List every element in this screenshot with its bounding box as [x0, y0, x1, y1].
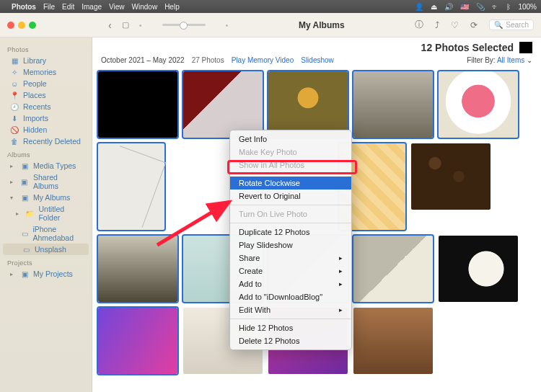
sidebar-item-places[interactable]: 📍Places — [0, 89, 92, 101]
status-clip-icon[interactable]: 📎 — [476, 3, 485, 11]
menuitem-create[interactable]: Create▸ — [230, 264, 351, 277]
status-flag-icon[interactable]: 🇺🇸 — [460, 3, 469, 11]
menuitem-add-to[interactable]: Add to▸ — [230, 277, 351, 290]
status-battery[interactable]: 100% — [518, 3, 537, 11]
disclosure-icon[interactable]: ▸ — [10, 271, 16, 277]
status-bluetooth-icon[interactable]: ᛒ — [506, 3, 511, 11]
photo-thumbnail[interactable] — [411, 143, 491, 210]
menuitem-edit-with[interactable]: Edit With▸ — [230, 303, 351, 316]
menu-window[interactable]: Window — [132, 3, 158, 11]
window-title: My Albums — [228, 20, 415, 30]
menuitem-add-to-idb[interactable]: Add to "iDownloadBlog" — [230, 290, 351, 303]
sidebar-item-my-projects[interactable]: ▸▣My Projects — [0, 268, 92, 280]
window-controls — [0, 22, 94, 29]
disclosure-icon[interactable]: ▾ — [10, 195, 16, 201]
menu-separator — [230, 318, 351, 319]
photo-thumbnail[interactable] — [98, 143, 164, 230]
sidebar-item-library[interactable]: ▦Library — [0, 55, 92, 66]
menu-image[interactable]: Image — [82, 3, 102, 11]
back-button[interactable]: ‹ — [108, 19, 112, 31]
close-button[interactable] — [7, 22, 14, 29]
sidebar-item-shared-albums[interactable]: ▸▣Shared Albums — [0, 172, 92, 192]
folder-icon: ▣ — [20, 270, 29, 278]
sidebar-item-memories[interactable]: ✧Memories — [0, 66, 92, 78]
sidebar-item-untitled-folder[interactable]: ▸📁Untitled Folder — [0, 203, 92, 223]
folder-icon: 📁 — [25, 210, 34, 218]
menu-separator — [230, 223, 351, 223]
menuitem-delete[interactable]: Delete 12 Photos — [230, 334, 351, 347]
photo-thumbnail[interactable] — [439, 236, 518, 302]
zoom-slider[interactable] — [162, 24, 206, 26]
disclosure-icon[interactable]: ▸ — [10, 179, 16, 185]
library-icon: ▦ — [10, 57, 19, 65]
album-icon: ▭ — [22, 230, 28, 238]
search-input[interactable]: 🔍 Search — [489, 19, 534, 30]
photo-thumbnail[interactable] — [98, 236, 177, 302]
search-placeholder: Search — [506, 21, 529, 29]
menu-edit[interactable]: Edit — [62, 3, 74, 11]
menu-view[interactable]: View — [109, 3, 125, 11]
context-menu: Get Info Make Key Photo Show in All Phot… — [229, 130, 352, 350]
slideshow-link[interactable]: Slideshow — [301, 56, 334, 64]
menu-file[interactable]: File — [43, 3, 55, 11]
photo-thumbnail[interactable] — [353, 308, 433, 374]
sidebar-item-media-types[interactable]: ▸▣Media Types — [0, 160, 92, 172]
menu-separator — [230, 174, 351, 174]
filter-control[interactable]: Filter By: All Items ⌄ — [467, 56, 532, 64]
menuitem-rotate-clockwise[interactable]: Rotate Clockwise — [230, 177, 351, 190]
menu-help[interactable]: Help — [164, 3, 180, 11]
chevron-right-icon: ▸ — [339, 306, 343, 313]
menu-separator — [230, 205, 351, 205]
app-menu[interactable]: Photos — [12, 3, 36, 11]
selection-count: 12 Photos Selected — [421, 42, 514, 53]
disclosure-icon[interactable]: ▸ — [10, 163, 16, 169]
places-icon: 📍 — [10, 92, 19, 99]
sidebar-item-deleted[interactable]: 🗑Recently Deleted — [0, 135, 92, 147]
sidebar-section-projects: Projects — [0, 255, 92, 268]
disclosure-icon[interactable]: ▸ — [16, 210, 21, 217]
rotate-icon[interactable]: ⟳ — [470, 20, 478, 30]
folder-icon: ▣ — [20, 178, 29, 186]
album-icon: ▭ — [22, 246, 30, 254]
date-range: October 2021 – May 2022 — [101, 56, 185, 64]
status-wifi-icon[interactable]: ᯤ — [492, 3, 499, 11]
menuitem-duplicate[interactable]: Duplicate 12 Photos — [230, 226, 351, 239]
menuitem-play-slideshow[interactable]: Play Slideshow — [230, 239, 351, 251]
imports-icon: ⬇ — [10, 115, 19, 122]
status-volume-icon[interactable]: 🔊 — [444, 3, 453, 11]
menuitem-make-key-photo: Make Key Photo — [230, 146, 351, 159]
photo-thumbnail[interactable] — [439, 71, 518, 138]
menuitem-hide[interactable]: Hide 12 Photos — [230, 321, 351, 334]
favorite-icon[interactable]: ♡ — [451, 20, 459, 30]
album-info-bar: October 2021 – May 2022 27 Photos Play M… — [92, 55, 541, 68]
photo-thumbnail[interactable] — [98, 71, 177, 138]
photo-thumbnail[interactable] — [268, 71, 348, 138]
people-icon: ☺ — [10, 80, 19, 88]
sidebar-item-my-albums[interactable]: ▾▣My Albums — [0, 192, 92, 203]
sidebar-item-people[interactable]: ☺People — [0, 78, 92, 89]
menuitem-show-in-all: Show in All Photos — [230, 159, 351, 172]
sidebar-item-imports[interactable]: ⬇Imports — [0, 112, 92, 124]
menuitem-get-info[interactable]: Get Info — [230, 133, 351, 146]
aspect-icon[interactable]: ▢ — [122, 20, 129, 30]
selection-preview — [519, 42, 532, 53]
sidebar-item-unsplash[interactable]: ▭Unsplash — [3, 244, 89, 255]
sidebar-item-iphone-album[interactable]: ▭iPhone Ahmedabad — [0, 223, 92, 244]
photo-thumbnail[interactable] — [353, 236, 433, 302]
sidebar-section-albums: Albums — [0, 147, 92, 160]
status-eject-icon[interactable]: ⏏ — [431, 3, 437, 11]
play-memory-link[interactable]: Play Memory Video — [232, 56, 294, 64]
photo-thumbnail[interactable] — [98, 308, 177, 374]
share-icon[interactable]: ⤴ — [435, 20, 439, 30]
zoom-button[interactable] — [29, 22, 36, 29]
photo-thumbnail[interactable] — [183, 71, 263, 138]
minimize-button[interactable] — [18, 22, 25, 29]
photo-thumbnail[interactable] — [353, 71, 433, 138]
menuitem-share[interactable]: Share▸ — [230, 251, 351, 264]
chevron-right-icon: ▸ — [339, 280, 343, 288]
menuitem-revert[interactable]: Revert to Original — [230, 190, 351, 202]
info-icon[interactable]: ⓘ — [415, 19, 423, 31]
sidebar-item-hidden[interactable]: 🚫Hidden — [0, 124, 92, 135]
sidebar-item-recents[interactable]: 🕘Recents — [0, 101, 92, 112]
status-user-icon[interactable]: 👤 — [415, 3, 423, 11]
